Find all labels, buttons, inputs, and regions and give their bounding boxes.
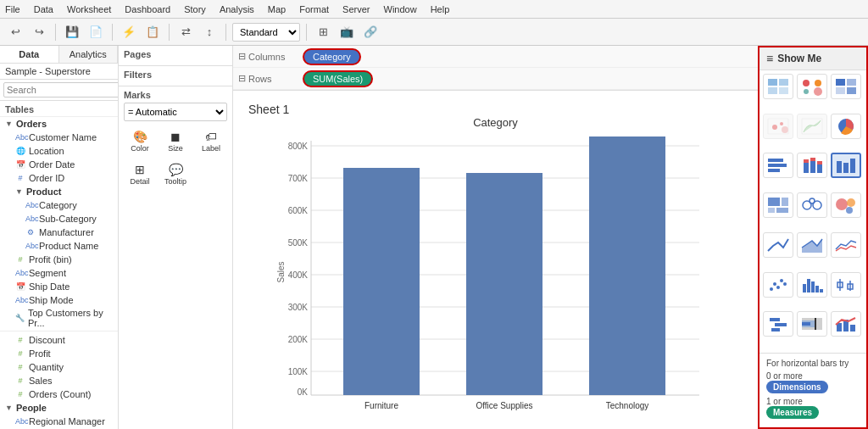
field-discount[interactable]: # Discount [0,333,118,347]
measures-badge[interactable]: Measures [766,406,819,419]
undo-button[interactable]: ↩ [5,22,25,42]
color-button[interactable]: 🎨 Color [124,126,156,156]
standard-dropdown[interactable]: Standard [232,23,300,42]
rows-icon: ⊟ [238,73,246,84]
tab-analytics[interactable]: Analytics [59,46,119,63]
field-regional-manager[interactable]: Abc Regional Manager [0,415,118,428]
field-quantity[interactable]: # Quantity [0,360,118,374]
field-order-id[interactable]: # Order ID [0,171,118,185]
tooltip-button[interactable]: 💬 Tooltip [159,159,192,189]
menu-data[interactable]: Data [32,4,55,14]
field-profit[interactable]: # Profit [0,347,118,360]
menu-analysis[interactable]: Analysis [218,4,256,14]
svg-point-64 [773,282,776,286]
field-category[interactable]: Abc Category [0,198,118,212]
chart-type-combo[interactable] [831,311,861,337]
field-label: Sub-Category [39,214,97,224]
field-location[interactable]: 🌐 Location [0,144,118,158]
menu-map[interactable]: Map [266,4,287,14]
chart-type-text-table[interactable] [763,74,793,99]
separator-2 [112,24,113,41]
wrench-icon: 🔧 [15,314,25,322]
marks-type-dropdown[interactable]: = Automatic [124,103,227,121]
sort-button[interactable]: ↕ [199,22,220,42]
svg-rect-47 [817,164,822,173]
chart-type-histogram[interactable] [797,272,827,298]
shelves: ⊟ Columns Category ⊟ Rows SUM(Sales) [233,46,758,91]
field-ship-mode[interactable]: Abc Ship Mode [0,293,118,307]
menu-worksheet[interactable]: Worksheet [65,4,113,14]
bar-technology[interactable] [589,136,665,395]
field-product-name[interactable]: Abc Product Name [0,239,118,253]
menu-help[interactable]: Help [429,4,452,14]
field-subcategory[interactable]: Abc Sub-Category [0,212,118,226]
svg-rect-45 [810,161,815,173]
connect-button[interactable]: ⚡ [119,22,139,42]
field-top-customers[interactable]: 🔧 Top Customers by Pr... [0,307,118,329]
field-manufacturer[interactable]: ⚙ Manufacturer [0,226,118,239]
chart-type-symbol-map[interactable] [763,114,793,139]
svg-text:100K: 100K [287,367,308,376]
new-button[interactable]: 📄 [86,22,106,42]
chart-type-line[interactable] [763,232,793,258]
chart-type-bullet[interactable] [797,311,827,337]
svg-point-35 [772,125,777,130]
product-section-header[interactable]: ▼ Product [0,185,118,198]
chart-type-heat-map[interactable] [797,74,827,99]
field-orders-count[interactable]: # Orders (Count) [0,387,118,401]
redo-button[interactable]: ↪ [29,22,49,42]
chart-type-horiz-bar[interactable] [763,153,793,178]
save-button[interactable]: 💾 [62,22,82,42]
svg-text:400K: 400K [287,270,308,280]
label-button[interactable]: 🏷 Label [195,126,227,156]
chart-type-highlight-table[interactable] [831,74,861,99]
search-input[interactable] [3,82,119,98]
rows-pill[interactable]: SUM(Sales) [303,70,373,87]
menu-dashboard[interactable]: Dashboard [123,4,172,14]
chart-type-gantt[interactable] [763,311,793,337]
bar-office-supplies[interactable] [466,173,542,395]
footer-dimensions: 0 or more Dimensions [766,371,860,393]
chart-type-packed-bubble[interactable] [831,192,861,218]
field-segment[interactable]: Abc Segment [0,266,118,280]
tab-data[interactable]: Data [0,46,59,63]
people-section-header[interactable]: ▼ People [0,401,118,415]
share-button[interactable]: 🔗 [360,22,381,42]
menu-story[interactable]: Story [182,4,208,14]
detail-button[interactable]: ⊞ Detail [124,159,156,189]
globe-icon: 🌐 [15,147,25,155]
field-sales[interactable]: # Sales [0,374,118,387]
swap-button[interactable]: ⇄ [175,22,196,42]
dimensions-badge[interactable]: Dimensions [766,381,828,393]
chart-type-treemap[interactable] [763,192,793,218]
gear-icon-small: ⚙ [25,228,36,237]
svg-point-28 [815,80,821,86]
datasource-label[interactable]: Sample - Superstore [0,64,118,80]
show-me-header[interactable]: ≡ Show Me [760,47,866,70]
fit-button[interactable]: ⊞ [313,22,333,42]
chart-type-map[interactable] [797,114,827,139]
chart-type-area[interactable] [797,232,827,258]
chart-type-scatter[interactable] [763,272,793,298]
field-profit-bin[interactable]: # Profit (bin) [0,253,118,266]
chart-type-bar[interactable] [831,153,861,178]
chart-type-circle[interactable] [797,192,827,218]
menu-window[interactable]: Window [382,4,419,14]
field-ship-date[interactable]: 📅 Ship Date [0,280,118,293]
separator-3 [169,24,170,41]
columns-pill[interactable]: Category [303,48,361,65]
chart-type-dual-line[interactable] [831,232,861,258]
menu-file[interactable]: File [3,4,22,14]
orders-section-header[interactable]: ▼ Orders [0,117,118,131]
present-button[interactable]: 📺 [337,22,357,42]
bar-furniture[interactable] [343,168,420,395]
menu-server[interactable]: Server [341,4,371,14]
size-button[interactable]: ◼ Size [159,126,192,156]
chart-type-box-plot[interactable] [831,272,861,298]
field-customer-name[interactable]: Abc Customer Name [0,131,118,144]
field-order-date[interactable]: 📅 Order Date [0,158,118,171]
chart-type-pie[interactable] [831,114,861,139]
menu-format[interactable]: Format [298,4,331,14]
paste-button[interactable]: 📋 [142,22,163,42]
chart-type-stacked-bar[interactable] [797,153,827,178]
